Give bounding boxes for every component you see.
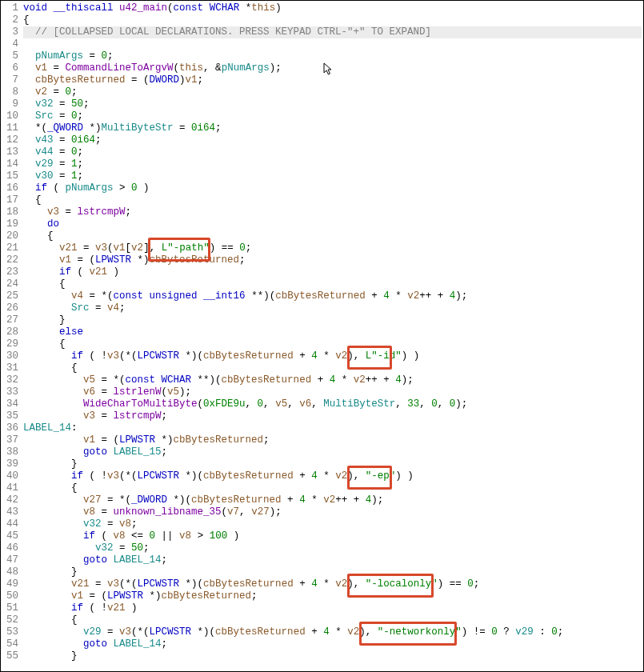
code-line-27[interactable]: } [23, 314, 642, 326]
line-number: 43 [2, 506, 18, 518]
code-line-17[interactable]: { [23, 194, 642, 206]
line-number: 13 [2, 146, 18, 158]
code-line-22[interactable]: v1 = (LPWSTR *)cbBytesReturned; [23, 254, 642, 266]
line-number: 26 [2, 302, 18, 314]
code-line-49[interactable]: v21 = v3(*(LPCWSTR *)(cbBytesReturned + … [23, 578, 642, 590]
line-number: 42 [2, 494, 18, 506]
code-line-19[interactable]: do [23, 218, 642, 230]
code-line-10[interactable]: Src = 0; [23, 110, 642, 122]
code-line-38[interactable]: goto LABEL_15; [23, 446, 642, 458]
line-number: 20 [2, 230, 18, 242]
code-line-53[interactable]: v29 = v3(*(LPCWSTR *)(cbBytesReturned + … [23, 626, 642, 638]
code-line-50[interactable]: v1 = (LPWSTR *)cbBytesReturned; [23, 590, 642, 602]
line-number: 27 [2, 314, 18, 326]
code-line-1[interactable]: void __thiscall u42_main(const WCHAR *th… [23, 2, 642, 14]
line-number: 10 [2, 110, 18, 122]
code-line-37[interactable]: v1 = (LPWSTR *)cbBytesReturned; [23, 434, 642, 446]
code-line-26[interactable]: Src = v4; [23, 302, 642, 314]
line-number: 14 [2, 158, 18, 170]
line-number: 49 [2, 578, 18, 590]
code-area[interactable]: void __thiscall u42_main(const WCHAR *th… [23, 2, 642, 662]
line-number: 37 [2, 434, 18, 446]
code-line-12[interactable]: v43 = 0i64; [23, 134, 642, 146]
line-number: 19 [2, 218, 18, 230]
line-number: 45 [2, 530, 18, 542]
line-number: 18 [2, 206, 18, 218]
line-number: 25 [2, 290, 18, 302]
line-number: 52 [2, 614, 18, 626]
line-number: 15 [2, 170, 18, 182]
code-line-51[interactable]: if ( !v21 ) [23, 602, 642, 614]
code-line-39[interactable]: } [23, 458, 642, 470]
code-line-33[interactable]: v6 = lstrlenW(v5); [23, 386, 642, 398]
line-number: 21 [2, 242, 18, 254]
code-line-31[interactable]: { [23, 362, 642, 374]
code-line-54[interactable]: goto LABEL_14; [23, 638, 642, 650]
code-line-48[interactable]: } [23, 566, 642, 578]
line-number: 30 [2, 350, 18, 362]
code-line-7[interactable]: cbBytesReturned = (DWORD)v1; [23, 74, 642, 86]
code-line-42[interactable]: v27 = *(_DWORD *)(cbBytesReturned + 4 * … [23, 494, 642, 506]
code-line-11[interactable]: *(_QWORD *)MultiByteStr = 0i64; [23, 122, 642, 134]
code-line-3[interactable]: // [COLLAPSED LOCAL DECLARATIONS. PRESS … [23, 26, 642, 38]
code-line-45[interactable]: if ( v8 <= 0 || v8 > 100 ) [23, 530, 642, 542]
line-number: 9 [2, 98, 18, 110]
line-number: 38 [2, 446, 18, 458]
line-number: 24 [2, 278, 18, 290]
line-number: 33 [2, 386, 18, 398]
line-number: 31 [2, 362, 18, 374]
line-number: 28 [2, 326, 18, 338]
code-view: 1234567891011121314151617181920212223242… [2, 2, 642, 662]
code-line-8[interactable]: v2 = 0; [23, 86, 642, 98]
code-line-35[interactable]: v3 = lstrcmpW; [23, 410, 642, 422]
line-number: 54 [2, 638, 18, 650]
line-number: 2 [2, 14, 18, 26]
code-line-43[interactable]: v8 = unknown_libname_35(v7, v27); [23, 506, 642, 518]
code-line-46[interactable]: v32 = 50; [23, 542, 642, 554]
line-number: 29 [2, 338, 18, 350]
code-line-24[interactable]: { [23, 278, 642, 290]
line-number: 32 [2, 374, 18, 386]
code-line-52[interactable]: { [23, 614, 642, 626]
line-number: 50 [2, 590, 18, 602]
code-line-13[interactable]: v44 = 0; [23, 146, 642, 158]
line-number: 5 [2, 50, 18, 62]
code-line-44[interactable]: v32 = v8; [23, 518, 642, 530]
code-line-55[interactable]: } [23, 650, 642, 662]
line-number: 36 [2, 422, 18, 434]
code-line-23[interactable]: if ( v21 ) [23, 266, 642, 278]
code-line-29[interactable]: { [23, 338, 642, 350]
line-number: 51 [2, 602, 18, 614]
code-line-34[interactable]: WideCharToMultiByte(0xFDE9u, 0, v5, v6, … [23, 398, 642, 410]
code-line-16[interactable]: if ( pNumArgs > 0 ) [23, 182, 642, 194]
code-line-4[interactable] [23, 38, 642, 50]
code-line-20[interactable]: { [23, 230, 642, 242]
line-number: 3 [2, 26, 18, 38]
line-number: 40 [2, 470, 18, 482]
line-number: 4 [2, 38, 18, 50]
code-line-21[interactable]: v21 = v3(v1[v2], L"-path") == 0; [23, 242, 642, 254]
code-line-25[interactable]: v4 = *(const unsigned __int16 **)(cbByte… [23, 290, 642, 302]
line-number: 8 [2, 86, 18, 98]
code-line-41[interactable]: { [23, 482, 642, 494]
code-line-36[interactable]: LABEL_14: [23, 422, 642, 434]
code-line-14[interactable]: v29 = 1; [23, 158, 642, 170]
code-line-18[interactable]: v3 = lstrcmpW; [23, 206, 642, 218]
line-number: 39 [2, 458, 18, 470]
line-number: 7 [2, 74, 18, 86]
line-number: 53 [2, 626, 18, 638]
line-number: 34 [2, 398, 18, 410]
code-line-30[interactable]: if ( !v3(*(LPCWSTR *)(cbBytesReturned + … [23, 350, 642, 362]
code-line-32[interactable]: v5 = *(const WCHAR **)(cbBytesReturned +… [23, 374, 642, 386]
code-line-15[interactable]: v30 = 1; [23, 170, 642, 182]
code-line-9[interactable]: v32 = 50; [23, 98, 642, 110]
code-line-47[interactable]: goto LABEL_14; [23, 554, 642, 566]
line-number: 47 [2, 554, 18, 566]
code-line-28[interactable]: else [23, 326, 642, 338]
code-line-5[interactable]: pNumArgs = 0; [23, 50, 642, 62]
code-line-40[interactable]: if ( !v3(*(LPCWSTR *)(cbBytesReturned + … [23, 470, 642, 482]
code-line-2[interactable]: { [23, 14, 642, 26]
line-number: 1 [2, 2, 18, 14]
line-number: 46 [2, 542, 18, 554]
code-line-6[interactable]: v1 = CommandLineToArgvW(this, &pNumArgs)… [23, 62, 642, 74]
